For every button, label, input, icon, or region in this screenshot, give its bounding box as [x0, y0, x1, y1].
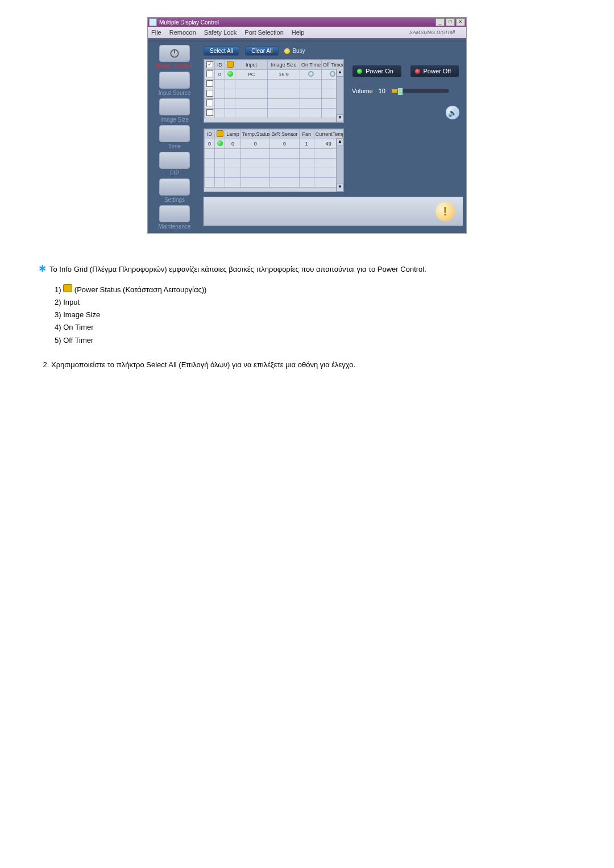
sidebar-item-image-size[interactable]: Image Size — [152, 98, 197, 123]
maximize-button[interactable]: □ — [446, 18, 455, 26]
col-br-sensor: B/R Sensor — [270, 130, 299, 139]
volume-slider[interactable] — [391, 89, 449, 93]
cell-temp-status: 0 — [241, 139, 270, 149]
table-row[interactable] — [205, 178, 343, 188]
table-row[interactable] — [205, 80, 343, 89]
col-temp-status: Temp.Status — [241, 130, 270, 139]
col-fan: Fan — [299, 130, 314, 139]
col-on-timer: On Timer — [300, 60, 322, 70]
sidebar-item-maintenance[interactable]: Maintenance — [152, 205, 197, 230]
col-id: ID — [205, 130, 215, 139]
cell-image-size: 16:9 — [268, 70, 300, 80]
star-bullet-icon: ✱ — [39, 264, 46, 273]
scrollbar[interactable]: ▲▼ — [336, 138, 343, 192]
col-id: ID — [215, 60, 225, 70]
sidebar-label: Input Source — [159, 90, 191, 96]
cell-sensor: 0 — [270, 139, 299, 149]
power-on-label: Power On — [366, 68, 393, 74]
col-power-icon — [215, 130, 225, 139]
sidebar: Power Control Input Source Image Size Ti… — [148, 41, 201, 233]
col-check[interactable] — [205, 60, 215, 70]
sidebar-label: Power Control — [156, 63, 192, 69]
note-item: 2) Input — [55, 296, 575, 309]
scroll-up-icon[interactable]: ▲ — [337, 138, 343, 146]
table-row[interactable] — [205, 168, 343, 178]
col-lamp: Lamp — [225, 130, 241, 139]
power-off-icon — [415, 69, 420, 74]
menu-file[interactable]: File — [151, 29, 161, 36]
volume-control: Volume 10 — [352, 88, 459, 94]
info-grid-2: ID Lamp Temp.Status B/R Sensor Fan Curre… — [204, 128, 344, 192]
window-title: Multiple Display Control — [159, 19, 219, 26]
power-off-label: Power Off — [424, 68, 451, 74]
sidebar-item-settings[interactable]: Settings — [152, 178, 197, 203]
cell-fan: 1 — [299, 139, 314, 149]
info-grid-1: ID Input Image Size On Timer Off Timer — [204, 59, 344, 123]
table-row[interactable]: 0 PC 16:9 — [205, 70, 343, 80]
menu-port-selection[interactable]: Port Selection — [244, 29, 283, 36]
cell-id: 0 — [205, 139, 215, 149]
table-row[interactable] — [205, 159, 343, 168]
sidebar-item-pip[interactable]: PIP — [152, 152, 197, 176]
footer-bar: ! — [204, 197, 463, 226]
note-item: 1) (Power Status (Κατάσταση Λειτουργίας)… — [55, 284, 575, 296]
alert-icon: ! — [435, 202, 455, 221]
main-body: Power Control Input Source Image Size Ti… — [148, 41, 466, 233]
title-bar: Multiple Display Control _ □ × — [148, 18, 466, 27]
sidebar-item-power-control[interactable]: Power Control — [152, 45, 197, 69]
table-row[interactable]: 0 0 0 0 1 49 — [205, 139, 343, 149]
row-checkbox[interactable] — [206, 70, 213, 77]
speaker-icon[interactable]: 🔊 — [446, 106, 459, 119]
minimize-button[interactable]: _ — [435, 18, 445, 26]
select-all-button[interactable]: Select All — [204, 46, 239, 56]
sidebar-label: Time — [168, 143, 181, 149]
scrollbar[interactable]: ▲▼ — [336, 69, 343, 122]
table-row[interactable] — [205, 109, 343, 118]
table-row[interactable] — [205, 149, 343, 159]
scroll-down-icon[interactable]: ▼ — [337, 184, 343, 192]
power-status-icon — [227, 71, 233, 77]
power-on-icon — [357, 69, 362, 74]
menu-remocon[interactable]: Remocon — [169, 29, 196, 36]
power-on-button[interactable]: Power On — [352, 65, 402, 77]
cell-lamp: 0 — [225, 139, 241, 149]
note-item: 3) Image Size — [55, 309, 575, 321]
busy-indicator: Busy — [284, 48, 305, 54]
volume-knob[interactable] — [397, 88, 403, 95]
note-item: 4) On Timer — [55, 321, 575, 334]
menu-help[interactable]: Help — [292, 29, 305, 36]
notes-intro: Το Info Grid (Πλέγμα Πληροφοριών) εμφανί… — [49, 265, 426, 273]
power-off-button[interactable]: Power Off — [410, 65, 460, 77]
on-timer-icon — [308, 71, 314, 77]
sidebar-label: Maintenance — [158, 223, 190, 230]
power-status-badge-icon — [63, 284, 72, 292]
volume-label: Volume — [352, 88, 373, 94]
main-panel: Select All Clear All Busy ID — [201, 41, 466, 233]
col-power-icon — [225, 60, 235, 70]
sidebar-item-time[interactable]: Time — [152, 125, 197, 149]
scroll-up-icon[interactable]: ▲ — [337, 69, 343, 77]
col-current-temp: CurrentTemp. — [314, 130, 343, 139]
off-timer-icon — [330, 71, 335, 77]
brand-label: SAMSUNG DIGITall — [409, 30, 455, 35]
clear-all-button[interactable]: Clear All — [245, 46, 279, 56]
table-row[interactable] — [205, 89, 343, 99]
cell-input: PC — [235, 70, 268, 80]
menu-safety-lock[interactable]: Safety Lock — [204, 29, 237, 36]
table-row[interactable] — [205, 99, 343, 109]
sidebar-item-input-source[interactable]: Input Source — [152, 72, 197, 96]
sidebar-label: Image Size — [160, 117, 189, 123]
busy-icon — [284, 48, 290, 54]
sidebar-label: Settings — [164, 197, 185, 203]
close-button[interactable]: × — [456, 18, 465, 26]
notes-section: ✱Το Info Grid (Πλέγμα Πληροφοριών) εμφαν… — [39, 261, 575, 378]
scroll-down-icon[interactable]: ▼ — [337, 114, 343, 122]
col-image-size: Image Size — [268, 60, 300, 70]
col-off-timer: Off Timer — [322, 60, 343, 70]
cell-id: 0 — [215, 70, 225, 80]
right-panel: Power On Power Off Volume 10 🔊 — [349, 59, 463, 192]
app-window: Multiple Display Control _ □ × File Remo… — [147, 17, 467, 234]
note-item: 5) Off Timer — [55, 334, 575, 347]
app-icon — [149, 18, 157, 26]
col-input: Input — [235, 60, 268, 70]
